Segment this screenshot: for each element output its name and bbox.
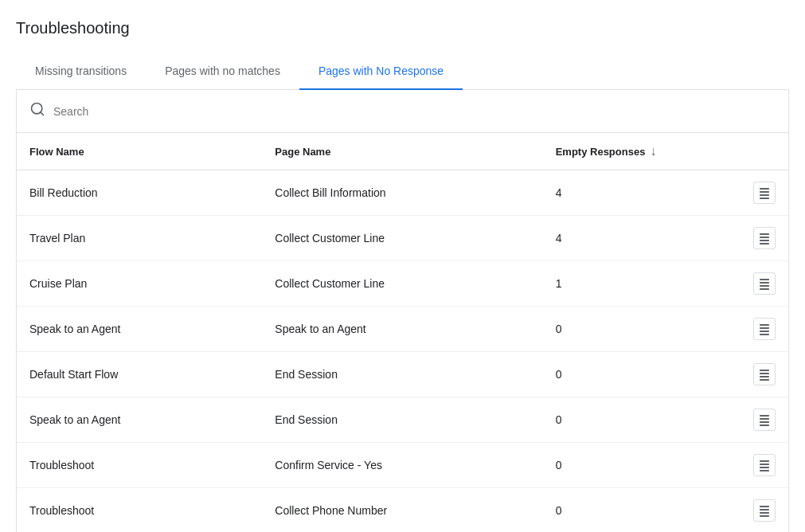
- svg-rect-33: [760, 515, 769, 517]
- page-container: Troubleshooting Missing transitions Page…: [0, 0, 805, 532]
- cell-empty-responses: 1: [543, 261, 718, 307]
- svg-rect-28: [760, 467, 769, 468]
- table-row: Bill ReductionCollect Bill Information4: [17, 170, 788, 216]
- cell-action: [718, 397, 788, 443]
- cell-flow-name: Troubleshoot: [17, 443, 262, 488]
- cell-page-name: Confirm Service - Yes: [262, 443, 542, 488]
- svg-rect-23: [760, 418, 769, 420]
- svg-line-1: [41, 112, 44, 115]
- cell-action: [718, 443, 788, 488]
- cell-action: [718, 170, 788, 216]
- cell-flow-name: Bill Reduction: [17, 170, 262, 216]
- svg-rect-11: [760, 282, 769, 284]
- svg-rect-3: [760, 191, 769, 193]
- cell-action: [718, 307, 788, 352]
- cell-action: [718, 352, 788, 397]
- tab-pages-no-response[interactable]: Pages with No Response: [299, 53, 463, 90]
- cell-page-name: Speak to an Agent: [262, 307, 542, 352]
- svg-rect-25: [760, 424, 769, 426]
- content-area: Flow Name Page Name Empty Responses ↓ Bi…: [16, 90, 789, 532]
- cell-empty-responses: 0: [543, 352, 718, 397]
- data-table: Flow Name Page Name Empty Responses ↓ Bi…: [17, 133, 788, 532]
- svg-rect-18: [760, 370, 769, 371]
- cell-page-name: Collect Phone Number: [262, 488, 542, 533]
- table-row: Speak to an AgentEnd Session0: [17, 397, 788, 443]
- cell-action: [718, 216, 788, 261]
- view-detail-button[interactable]: [753, 182, 776, 204]
- col-header-empty-responses[interactable]: Empty Responses ↓: [543, 133, 718, 170]
- cell-flow-name: Speak to an Agent: [17, 397, 262, 443]
- table-row: Travel PlanCollect Customer Line4: [17, 216, 788, 261]
- cell-page-name: Collect Bill Information: [262, 170, 542, 216]
- cell-flow-name: Speak to an Agent: [17, 307, 262, 352]
- view-detail-button[interactable]: [753, 499, 776, 522]
- cell-empty-responses: 0: [543, 397, 718, 443]
- cell-page-name: Collect Customer Line: [262, 216, 542, 261]
- col-header-action: [718, 133, 788, 170]
- cell-empty-responses: 0: [543, 307, 718, 352]
- svg-rect-24: [760, 421, 769, 423]
- table-row: TroubleshootConfirm Service - Yes0: [17, 443, 788, 488]
- svg-rect-30: [760, 506, 769, 507]
- search-bar: [17, 90, 788, 133]
- svg-rect-14: [760, 324, 769, 326]
- cell-flow-name: Troubleshoot: [17, 488, 262, 533]
- view-detail-button[interactable]: [753, 318, 776, 340]
- col-header-page-name: Page Name: [262, 133, 542, 170]
- cell-empty-responses: 4: [543, 170, 718, 216]
- table-row: Speak to an AgentSpeak to an Agent0: [17, 307, 788, 352]
- table-row: TroubleshootCollect Phone Number0: [17, 488, 788, 533]
- svg-rect-27: [760, 464, 769, 465]
- cell-page-name: End Session: [262, 352, 542, 397]
- tab-pages-no-matches[interactable]: Pages with no matches: [146, 53, 299, 90]
- col-header-flow-name: Flow Name: [17, 133, 262, 170]
- view-detail-button[interactable]: [753, 454, 776, 476]
- svg-rect-6: [760, 233, 769, 235]
- svg-rect-19: [760, 373, 769, 374]
- search-input[interactable]: [53, 105, 776, 118]
- svg-rect-12: [760, 285, 769, 287]
- svg-rect-17: [760, 334, 769, 335]
- page-title: Troubleshooting: [16, 19, 789, 37]
- cell-action: [718, 488, 788, 533]
- svg-rect-7: [760, 237, 769, 238]
- cell-empty-responses: 4: [543, 216, 718, 261]
- cell-empty-responses: 0: [543, 443, 718, 488]
- tab-missing-transitions[interactable]: Missing transitions: [16, 53, 146, 90]
- tabs-bar: Missing transitions Pages with no matche…: [16, 53, 789, 90]
- svg-rect-9: [760, 243, 769, 244]
- svg-rect-31: [760, 509, 769, 510]
- svg-rect-13: [760, 288, 769, 290]
- svg-rect-29: [760, 470, 769, 471]
- svg-rect-20: [760, 376, 769, 377]
- svg-rect-2: [760, 188, 769, 190]
- search-icon: [29, 101, 45, 121]
- svg-rect-10: [760, 279, 769, 280]
- svg-rect-8: [760, 240, 769, 241]
- cell-page-name: Collect Customer Line: [262, 261, 542, 307]
- cell-page-name: End Session: [262, 397, 542, 443]
- view-detail-button[interactable]: [753, 363, 776, 385]
- svg-rect-15: [760, 327, 769, 329]
- view-detail-button[interactable]: [753, 227, 776, 249]
- svg-rect-4: [760, 194, 769, 196]
- cell-flow-name: Travel Plan: [17, 216, 262, 261]
- view-detail-button[interactable]: [753, 272, 776, 295]
- svg-rect-5: [760, 198, 769, 199]
- cell-action: [718, 261, 788, 307]
- empty-responses-label: Empty Responses: [556, 146, 646, 158]
- svg-rect-22: [760, 415, 769, 417]
- cell-empty-responses: 0: [543, 488, 718, 533]
- svg-rect-21: [760, 379, 769, 381]
- svg-rect-16: [760, 331, 769, 332]
- svg-rect-32: [760, 512, 769, 514]
- svg-rect-26: [760, 460, 769, 462]
- cell-flow-name: Default Start Flow: [17, 352, 262, 397]
- cell-flow-name: Cruise Plan: [17, 261, 262, 307]
- table-row: Cruise PlanCollect Customer Line1: [17, 261, 788, 307]
- table-row: Default Start FlowEnd Session0: [17, 352, 788, 397]
- sort-down-icon: ↓: [650, 144, 656, 158]
- view-detail-button[interactable]: [753, 409, 776, 431]
